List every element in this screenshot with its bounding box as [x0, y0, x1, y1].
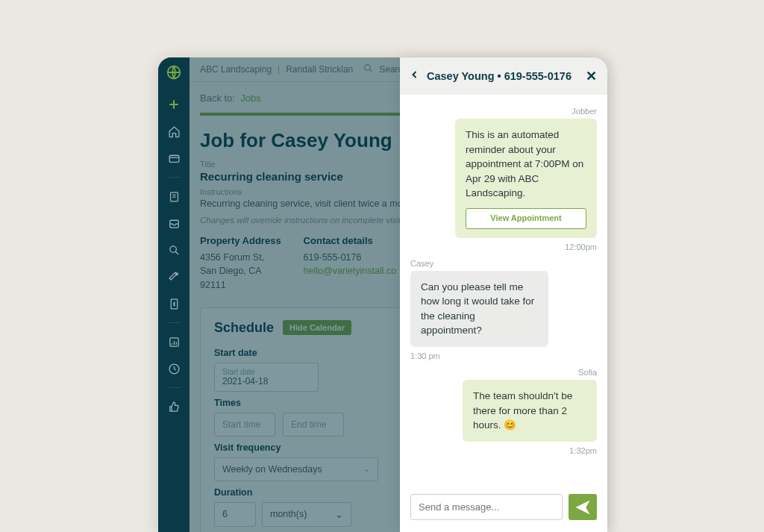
- message-bubble: This is an automated reminder about your…: [455, 119, 597, 238]
- svg-rect-1: [169, 155, 179, 162]
- duration-unit-value: month(s): [270, 509, 307, 519]
- duration-unit-select[interactable]: month(s) ⌄: [262, 502, 351, 527]
- address-line-2: San Diego, CA: [200, 264, 281, 278]
- message-sender: Casey: [410, 259, 597, 268]
- thumbs-up-icon[interactable]: [164, 397, 184, 416]
- card-icon[interactable]: [164, 148, 184, 168]
- chat-title: Casey Young • 619-555-0176: [427, 70, 578, 82]
- sidebar-divider: [167, 387, 181, 388]
- tool-icon[interactable]: [164, 267, 184, 287]
- schedule-title: Schedule: [214, 320, 274, 336]
- sidebar-divider: [167, 322, 181, 323]
- start-date-input[interactable]: Start date 2021-04-18: [214, 363, 319, 392]
- chat-close-icon[interactable]: ✕: [586, 68, 597, 84]
- duration-number-input[interactable]: 6: [214, 502, 256, 527]
- view-appointment-button[interactable]: View Appointment: [466, 208, 586, 229]
- chevron-down-icon: ⌄: [335, 509, 343, 520]
- search-nav-icon[interactable]: [164, 240, 184, 260]
- start-date-inner-label: Start date: [222, 368, 310, 376]
- address-label: Property Address: [200, 235, 281, 246]
- chat-body: Jobber This is an automated reminder abo…: [400, 95, 607, 485]
- contact-label: Contact details: [304, 235, 397, 246]
- chat-panel: Casey Young • 619-555-0176 ✕ Jobber This…: [400, 57, 607, 532]
- message-input[interactable]: [410, 494, 563, 520]
- contact-phone: 619-555-0176: [304, 251, 397, 265]
- header-separator: |: [278, 64, 280, 75]
- message-bubble: Can you please tell me how long it would…: [410, 271, 548, 347]
- message-text: This is an automated reminder about your…: [466, 129, 583, 198]
- start-date-value: 2021-04-18: [222, 376, 268, 387]
- breadcrumb-link[interactable]: Jobs: [240, 93, 260, 104]
- svg-point-9: [365, 65, 371, 71]
- back-to-label: Back to:: [200, 93, 235, 104]
- message-time: 1:30 pm: [410, 351, 597, 360]
- chat-back-icon[interactable]: [410, 69, 419, 84]
- hide-calendar-button[interactable]: Hide Calendar: [283, 320, 351, 335]
- svg-point-4: [169, 245, 176, 252]
- home-icon[interactable]: [164, 122, 184, 141]
- user-name: Randall Stricklan: [286, 64, 353, 75]
- report-icon[interactable]: [164, 332, 184, 351]
- invoice-icon[interactable]: [164, 294, 184, 313]
- add-button[interactable]: [164, 95, 184, 114]
- clock-icon[interactable]: [164, 359, 184, 378]
- send-button[interactable]: [569, 494, 597, 520]
- message-sender: Jobber: [410, 107, 597, 116]
- inbox-icon[interactable]: [164, 213, 184, 233]
- message-time: 1:32pm: [410, 446, 597, 455]
- address-line-1: 4356 Forum St,: [200, 251, 281, 265]
- message-text: The team shouldn't be there for more tha…: [473, 390, 572, 431]
- chevron-down-icon: ⌄: [363, 464, 370, 474]
- contact-column: Contact details 619-555-0176 hello@varie…: [304, 235, 397, 292]
- end-time-input[interactable]: End time: [283, 413, 344, 436]
- sidebar-divider: [167, 177, 181, 178]
- frequency-value: Weekly on Wednesdays: [222, 464, 322, 475]
- message-time: 12:00pm: [410, 242, 597, 251]
- frequency-select[interactable]: Weekly on Wednesdays ⌄: [214, 457, 378, 481]
- app-logo: [165, 63, 183, 81]
- address-line-3: 92111: [200, 278, 281, 292]
- contact-email[interactable]: hello@varietyinstall.co: [304, 264, 397, 278]
- start-time-input[interactable]: Start time: [214, 413, 275, 436]
- company-name: ABC Landscaping: [200, 64, 272, 75]
- contact-body: 619-555-0176 hello@varietyinstall.co: [304, 251, 397, 279]
- message-sender: Sofia: [410, 368, 597, 377]
- sidebar: [158, 57, 190, 532]
- clients-icon[interactable]: [164, 187, 184, 206]
- address-column: Property Address 4356 Forum St, San Dieg…: [200, 235, 281, 292]
- message-bubble: The team shouldn't be there for more tha…: [463, 380, 597, 442]
- address-body: 4356 Forum St, San Diego, CA 92111: [200, 251, 281, 292]
- chat-footer: [400, 485, 607, 532]
- chat-header: Casey Young • 619-555-0176 ✕: [400, 57, 607, 95]
- search-icon[interactable]: [363, 63, 373, 75]
- message-text: Can you please tell me how long it would…: [421, 281, 534, 337]
